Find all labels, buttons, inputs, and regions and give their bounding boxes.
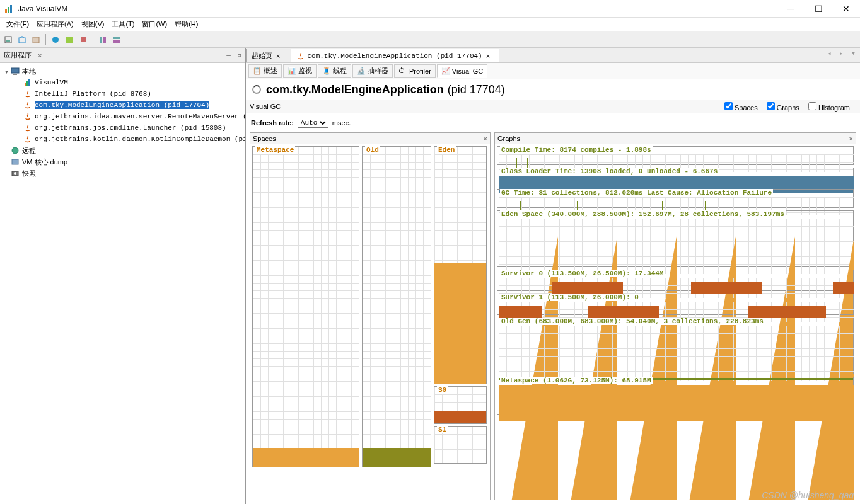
svg-rect-20: [12, 159, 18, 164]
tree-node-local[interactable]: ▾ 本地: [0, 66, 245, 77]
tree-node-remote[interactable]: 远程: [0, 145, 245, 156]
minimize-button[interactable]: ─: [777, 0, 805, 18]
remote-icon: [10, 146, 20, 156]
checkbox-spaces[interactable]: Spaces: [724, 102, 758, 112]
panel-close-icon[interactable]: ×: [849, 135, 853, 142]
tree-node-app[interactable]: IntelliJ Platform (pid 8768): [0, 88, 245, 100]
toolbar-btn-1[interactable]: [3, 34, 14, 45]
toolbar-btn-2[interactable]: [16, 34, 28, 45]
space-metaspace: Metaspace: [252, 146, 359, 467]
graph-compile: Compile Time: 8174 compiles - 1.898s: [497, 146, 854, 165]
tree-node-app[interactable]: org.jetbrains.jps.cmdline.Launcher (pid …: [0, 122, 245, 134]
app-logo-icon: [4, 4, 14, 14]
section-header: Visual GC Spaces Graphs Histogram: [246, 100, 860, 113]
menu-view[interactable]: 视图(V): [78, 18, 108, 30]
svg-rect-16: [25, 83, 26, 86]
java-icon: [23, 100, 33, 110]
subtab-sampler[interactable]: 🔬抽样器: [352, 64, 393, 78]
tree-label: com.tky.ModelEngineApplication (pid 1770…: [35, 101, 209, 109]
sampler-icon: 🔬: [357, 67, 366, 76]
overview-icon: 📋: [253, 67, 262, 76]
tree-node-app[interactable]: com.tky.ModelEngineApplication (pid 1770…: [0, 100, 245, 111]
space-title: S0: [437, 386, 448, 394]
svg-rect-4: [6, 40, 10, 42]
panel-controls[interactable]: — ▫: [226, 51, 243, 59]
svg-rect-10: [100, 37, 102, 43]
loading-spinner-icon: [252, 85, 261, 94]
graphs-panel-title: Graphs: [497, 135, 520, 142]
svg-rect-11: [103, 37, 106, 43]
java-icon: [296, 52, 305, 60]
toolbar-btn-5[interactable]: [64, 34, 75, 45]
toolbar-btn-7[interactable]: [97, 34, 108, 45]
tree-label: org.jetbrains.jps.cmdline.Launcher (pid …: [35, 124, 226, 132]
visualgc-icon: 📈: [441, 67, 450, 76]
space-title: Metaspace: [255, 146, 295, 154]
graph-s0: Survivor 0 (113.500M, 26.500M): 17.344M: [497, 270, 854, 291]
close-button[interactable]: ✕: [832, 0, 860, 18]
menu-window[interactable]: 窗口(W): [138, 18, 171, 30]
subtab-profiler[interactable]: ⏱Profiler: [394, 64, 436, 78]
app-subtabs: 📋概述 📊监视 🧵线程 🔬抽样器 ⏱Profiler 📈Visual GC: [246, 63, 860, 79]
menu-file[interactable]: 文件(F): [3, 18, 33, 30]
java-icon: [23, 77, 33, 88]
menubar: 文件(F) 应用程序(A) 视图(V) 工具(T) 窗口(W) 帮助(H): [0, 18, 860, 32]
menu-help[interactable]: 帮助(H): [171, 18, 202, 30]
svg-rect-12: [113, 37, 120, 39]
subtab-monitor[interactable]: 📊监视: [283, 64, 317, 78]
refresh-select[interactable]: Auto: [298, 118, 328, 128]
applications-panel: 应用程序 × — ▫ ▾ 本地 VisualVMIntelliJ Platfor…: [0, 48, 246, 504]
java-icon: [23, 112, 33, 122]
graph-classloader: Class Loader Time: 13908 loaded, 0 unloa…: [497, 168, 854, 186]
tree-node-app[interactable]: VisualVM: [0, 77, 245, 88]
monitor-icon: 📊: [288, 67, 296, 76]
toolbar-btn-3[interactable]: [30, 34, 42, 45]
panel-close-icon[interactable]: ×: [484, 135, 487, 142]
tree-node-app[interactable]: org.jetbrains.kotlin.daemon.KotlinCompil…: [0, 134, 245, 145]
svg-point-19: [12, 147, 18, 154]
tab-close-icon[interactable]: ×: [486, 52, 490, 60]
svg-point-22: [14, 172, 16, 175]
graph-title: Survivor 1 (113.500M, 26.000M): 0: [500, 294, 640, 301]
space-old: Old: [362, 146, 431, 467]
space-title: Eden: [437, 146, 456, 154]
spaces-panel: Spaces× MetaspaceOldEdenS0S1: [250, 132, 491, 500]
tree-label: VisualVM: [35, 79, 68, 86]
menu-tools[interactable]: 工具(T): [108, 18, 138, 30]
tree-label: org.jetbrains.idea.maven.server.RemoteMa…: [35, 113, 245, 120]
tab-start-page[interactable]: 起始页 ×: [246, 49, 289, 62]
menu-app[interactable]: 应用程序(A): [33, 18, 78, 30]
java-icon: [23, 89, 33, 99]
computer-icon: [10, 66, 20, 76]
toolbar-btn-6[interactable]: [78, 34, 89, 45]
toolbar-btn-4[interactable]: [50, 34, 61, 45]
maximize-button[interactable]: ☐: [805, 0, 832, 18]
applications-tree[interactable]: ▾ 本地 VisualVMIntelliJ Platform (pid 8768…: [0, 63, 245, 504]
window-title: Java VisualVM: [18, 4, 67, 13]
graph-title: Class Loader Time: 13908 loaded, 0 unloa…: [500, 168, 719, 175]
tree-label: IntelliJ Platform (pid 8768): [35, 90, 151, 98]
tree-node-snapshot[interactable]: 快照: [0, 168, 245, 179]
subtab-overview[interactable]: 📋概述: [248, 64, 282, 78]
checkbox-graphs[interactable]: Graphs: [767, 102, 799, 112]
tree-node-vmdump[interactable]: VM 核心 dump: [0, 156, 245, 168]
tree-label: VM 核心 dump: [22, 158, 67, 167]
section-title: Visual GC: [250, 103, 281, 110]
checkbox-histogram[interactable]: Histogram: [808, 102, 850, 112]
svg-point-7: [52, 37, 59, 43]
titlebar: Java VisualVM ─ ☐ ✕: [0, 0, 860, 18]
subtab-visualgc[interactable]: 📈Visual GC: [437, 64, 487, 78]
space-eden: Eden: [434, 146, 487, 384]
threads-icon: 🧵: [322, 67, 331, 76]
main-content: 起始页 × com.tky.ModelEngineApplication (pi…: [246, 48, 860, 504]
tab-application[interactable]: com.tky.ModelEngineApplication (pid 1770…: [291, 49, 499, 62]
subtab-threads[interactable]: 🧵线程: [318, 64, 351, 78]
tab-close-icon[interactable]: ×: [276, 52, 280, 60]
tree-node-app[interactable]: org.jetbrains.idea.maven.server.RemoteMa…: [0, 111, 245, 122]
applications-panel-close-icon[interactable]: ×: [38, 52, 42, 59]
svg-rect-8: [66, 37, 73, 43]
tab-nav-controls[interactable]: ◂ ▸ ▾: [827, 49, 857, 57]
toolbar-btn-8[interactable]: [111, 34, 122, 45]
graph-gctime: GC Time: 31 collections, 812.020ms Last …: [497, 189, 854, 208]
svg-rect-9: [81, 37, 86, 42]
